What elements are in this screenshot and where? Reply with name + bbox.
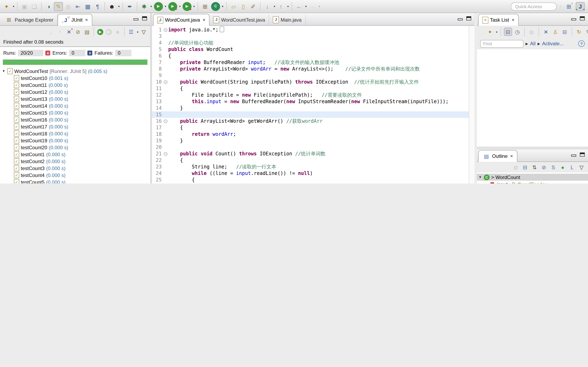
show-table-button[interactable]: ▦	[83, 2, 92, 11]
java-perspective-button[interactable]: J●●	[576, 2, 585, 11]
open-project-button[interactable]: ▱	[229, 2, 238, 11]
close-icon[interactable]: ✕	[85, 18, 88, 22]
new-java-project-button[interactable]: ⊞	[200, 2, 209, 11]
outline-icon[interactable]: ▤	[482, 152, 490, 160]
test-row[interactable]: testCount17 (0.000 s)	[0, 123, 150, 130]
test-row[interactable]: testCount12 (0.000 s)	[0, 89, 150, 95]
run-button[interactable]: ▶▾	[154, 2, 163, 11]
line-number[interactable]: 17	[152, 124, 163, 131]
code-line-17[interactable]: 17 {	[152, 124, 475, 131]
open-snippet-button[interactable]: ▯	[239, 2, 248, 11]
code-line-4[interactable]: 4//单词统计核心功能	[152, 40, 475, 46]
dropdown-arrow-icon[interactable]: ▾	[150, 5, 152, 8]
line-number[interactable]: 21	[152, 150, 163, 157]
code-text[interactable]: public WordCount(String inputFilePath) t…	[168, 79, 475, 85]
java-file-icon[interactable]: J	[273, 16, 279, 23]
dropdown-arrow-icon[interactable]: ▾	[193, 5, 195, 8]
hide-fields-button[interactable]: ⊘	[540, 163, 548, 171]
next-edit-location-button[interactable]: ↑▾	[277, 2, 285, 11]
line-number[interactable]: 16	[152, 118, 163, 124]
line-number[interactable]: 4	[152, 40, 163, 46]
code-text[interactable]: while ((line = input.readLine()) != null…	[168, 170, 475, 176]
minimize-icon[interactable]	[571, 18, 576, 20]
code-line-21[interactable]: 21− public void Count() throws IOExcepti…	[152, 150, 475, 157]
scroll-lock-button[interactable]: ▤	[83, 28, 91, 36]
test-row[interactable]: testCount11 (0.000 s)	[0, 82, 150, 89]
test-row[interactable]: testCount16 (0.000 s)	[0, 116, 150, 123]
new-task-button[interactable]: ✦▾	[486, 28, 494, 36]
all-arrow-icon[interactable]: ▶	[526, 42, 528, 45]
code-line-16[interactable]: 16− public ArrayList<Word> getWordArr() …	[152, 118, 475, 124]
code-text[interactable]: //单词分割	[168, 183, 475, 184]
dropdown-arrow-icon[interactable]: ▾	[137, 31, 138, 33]
expand-arrow-icon[interactable]: ▼	[478, 175, 482, 179]
line-number[interactable]: 26	[152, 183, 163, 184]
show-skipped-tests-button[interactable]: ⊘	[74, 28, 82, 36]
back-button[interactable]: ←▾	[294, 2, 303, 11]
code-text[interactable]: {	[168, 157, 475, 164]
collapse-icon[interactable]: −	[164, 80, 167, 84]
show-failures-only-button[interactable]: ✕✕	[65, 28, 73, 36]
code-line-1[interactable]: 1+import java.io.*;	[152, 26, 475, 33]
line-number[interactable]: 24	[152, 170, 163, 176]
collapse-icon[interactable]: −	[164, 152, 167, 156]
left-splitter[interactable]	[150, 13, 152, 184]
code-text[interactable]	[168, 72, 475, 79]
test-row[interactable]: testCount5 (0.000 s)	[0, 179, 150, 184]
minimize-icon[interactable]	[571, 154, 576, 156]
minimize-icon[interactable]	[458, 18, 463, 20]
line-number[interactable]: 6	[152, 53, 163, 59]
code-line-6[interactable]: 6{	[152, 53, 475, 59]
scheduled-view-button[interactable]: ◷	[513, 28, 521, 36]
test-row[interactable]: testCount20 (0.000 s)	[0, 144, 150, 151]
code-line-11[interactable]: 11 {	[152, 85, 475, 92]
code-line-23[interactable]: 23 String line; //读取的一行文本	[152, 164, 475, 170]
code-text[interactable]: this.input = new BufferedReader(new Inpu…	[168, 98, 475, 105]
import-settings-button[interactable]: ⇤	[73, 2, 82, 11]
code-text[interactable]: public class WordCount	[168, 46, 475, 53]
rerun-test-button[interactable]: ▶➜	[97, 29, 103, 35]
code-text[interactable]: {	[168, 53, 475, 59]
test-row[interactable]: testCount2 (0.000 s)	[0, 158, 150, 165]
activate-arrow-icon[interactable]: ▶	[537, 42, 540, 45]
package-explorer-icon[interactable]: ⊞	[5, 16, 13, 24]
categorized-view-button[interactable]: ⊟	[504, 28, 512, 36]
java-file-icon[interactable]: J	[213, 16, 219, 23]
code-line-20[interactable]: 20	[152, 144, 475, 150]
hide-local-types-button[interactable]: L	[568, 163, 576, 171]
code-line-15[interactable]: 15	[152, 111, 475, 118]
maximize-icon[interactable]	[580, 152, 585, 157]
synchronize-button[interactable]: ↻	[575, 28, 583, 36]
folded-code-box[interactable]	[220, 26, 224, 32]
code-line-5[interactable]: 5public class WordCount	[152, 46, 475, 53]
dropdown-arrow-icon[interactable]: ▾	[13, 5, 14, 8]
test-row[interactable]: testCount4 (0.000 s)	[0, 172, 150, 179]
close-icon[interactable]: ✕	[511, 18, 515, 22]
code-line-3[interactable]: 3	[152, 33, 475, 40]
outline-class-row[interactable]: ▼C⚠> WordCount	[477, 174, 588, 181]
code-text[interactable]: private ArrayList<Word> wordArr = new Ar…	[168, 66, 475, 72]
line-number[interactable]: 3	[152, 33, 163, 40]
profile-button[interactable]: ▶●▾	[182, 2, 191, 11]
code-line-13[interactable]: 13 this.input = new BufferedReader(new I…	[152, 98, 475, 105]
code-line-12[interactable]: 12 File inputFile = new File(inputFilePa…	[152, 92, 475, 98]
new-wizard-button[interactable]: ✦▾	[2, 2, 11, 11]
right-splitter[interactable]	[475, 13, 477, 184]
test-row[interactable]: testCount15 (0.000 s)	[0, 109, 150, 116]
code-text[interactable]: }	[168, 137, 475, 144]
line-number[interactable]: 9	[152, 72, 163, 79]
maximize-icon[interactable]	[142, 16, 147, 20]
line-number[interactable]: 18	[152, 131, 163, 137]
test-row[interactable]: testCount19 (0.000 s)	[0, 137, 150, 144]
dropdown-arrow-icon[interactable]: ▾	[496, 31, 497, 33]
last-edit-location-button[interactable]: ↓▾	[263, 2, 272, 11]
line-number[interactable]: 11	[152, 85, 163, 92]
maximize-icon[interactable]	[580, 16, 585, 20]
code-line-19[interactable]: 19 }	[152, 137, 475, 144]
code-line-7[interactable]: 7 private BufferedReader input; //读取文件的输…	[152, 59, 475, 66]
sort-button[interactable]: ⇅	[530, 163, 539, 171]
help-icon[interactable]: ?	[578, 40, 585, 47]
test-suite-row[interactable]: ▼WordCountTest [Runner: JUnit 5] (0.005 …	[0, 68, 150, 75]
code-editor[interactable]: 1+import java.io.*;34//单词统计核心功能5public c…	[152, 26, 475, 184]
line-number[interactable]: 8	[152, 66, 163, 72]
